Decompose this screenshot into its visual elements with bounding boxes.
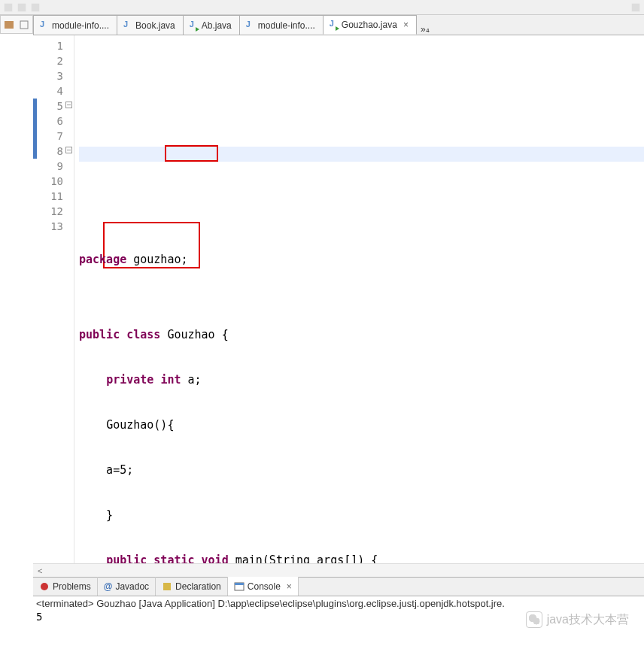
tab-label: module-info.... bbox=[258, 20, 315, 31]
line-gutter: 1 2 3 4 5 6 7 8 9 10 11 12 13 bbox=[33, 35, 74, 563]
toolbar-icon[interactable] bbox=[3, 2, 14, 13]
svg-rect-7 bbox=[163, 583, 171, 590]
java-file-icon bbox=[122, 20, 132, 31]
java-file-icon bbox=[38, 20, 49, 31]
toolbar-icon[interactable] bbox=[30, 2, 41, 13]
tab-module-info-1[interactable]: module-info.... bbox=[33, 15, 117, 35]
restore-icon[interactable] bbox=[18, 19, 30, 31]
close-icon[interactable]: × bbox=[403, 20, 409, 30]
current-line-highlight bbox=[79, 147, 644, 162]
tab-label: Gouzhao.java bbox=[342, 20, 397, 30]
toolbar-top bbox=[0, 0, 644, 15]
tab-label: Book.java bbox=[135, 20, 175, 31]
wechat-icon bbox=[526, 611, 542, 628]
svg-rect-9 bbox=[235, 583, 244, 585]
horizontal-scrollbar[interactable]: < bbox=[33, 563, 644, 577]
svg-rect-4 bbox=[5, 21, 14, 29]
editor-tabs: module-info.... Book.java Ab.java module… bbox=[33, 15, 644, 35]
left-rail-collapsed[interactable] bbox=[0, 15, 33, 34]
tab-module-info-2[interactable]: module-info.... bbox=[239, 15, 324, 35]
show-list-button[interactable]: »₄ bbox=[416, 24, 434, 35]
declaration-icon bbox=[162, 581, 172, 592]
tab-book[interactable]: Book.java bbox=[117, 15, 184, 35]
toolbar-icon[interactable] bbox=[630, 2, 641, 13]
fold-icon[interactable] bbox=[65, 102, 72, 108]
java-file-icon bbox=[245, 20, 255, 31]
console-icon bbox=[234, 581, 245, 592]
svg-rect-2 bbox=[32, 3, 40, 11]
tab-javadoc[interactable]: @ Javadoc bbox=[98, 577, 156, 596]
watermark: java技术大本营 bbox=[526, 611, 629, 628]
svg-rect-0 bbox=[5, 3, 13, 11]
package-explorer-icon[interactable] bbox=[3, 19, 15, 31]
tab-console[interactable]: Console × bbox=[228, 577, 299, 596]
close-icon[interactable]: × bbox=[287, 581, 292, 592]
svg-point-6 bbox=[41, 583, 48, 590]
tab-label: module-info.... bbox=[52, 20, 109, 31]
problems-icon bbox=[39, 581, 50, 592]
toolbar-icon[interactable] bbox=[17, 2, 27, 13]
console-process-header: <terminated> Gouzhao [Java Application] … bbox=[36, 598, 641, 609]
fold-icon[interactable] bbox=[65, 147, 72, 153]
scroll-left-icon[interactable]: < bbox=[38, 566, 42, 575]
code-content[interactable]: package gouzhao; public class Gouzhao { … bbox=[74, 35, 644, 563]
svg-rect-5 bbox=[20, 21, 28, 29]
tab-ab[interactable]: Ab.java bbox=[183, 15, 240, 35]
watermark-text: java技术大本营 bbox=[547, 612, 629, 628]
tab-gouzhao[interactable]: Gouzhao.java × bbox=[323, 15, 417, 35]
tab-declaration[interactable]: Declaration bbox=[156, 577, 228, 596]
svg-rect-1 bbox=[18, 3, 26, 11]
code-editor[interactable]: 1 2 3 4 5 6 7 8 9 10 11 12 13 package go… bbox=[33, 35, 644, 563]
svg-rect-3 bbox=[632, 3, 640, 11]
tab-label: Ab.java bbox=[202, 20, 232, 31]
java-file-icon bbox=[188, 20, 199, 31]
java-file-icon bbox=[328, 20, 339, 30]
bottom-view-tabs: Problems @ Javadoc Declaration Console × bbox=[33, 577, 644, 596]
tab-problems[interactable]: Problems bbox=[33, 577, 98, 596]
